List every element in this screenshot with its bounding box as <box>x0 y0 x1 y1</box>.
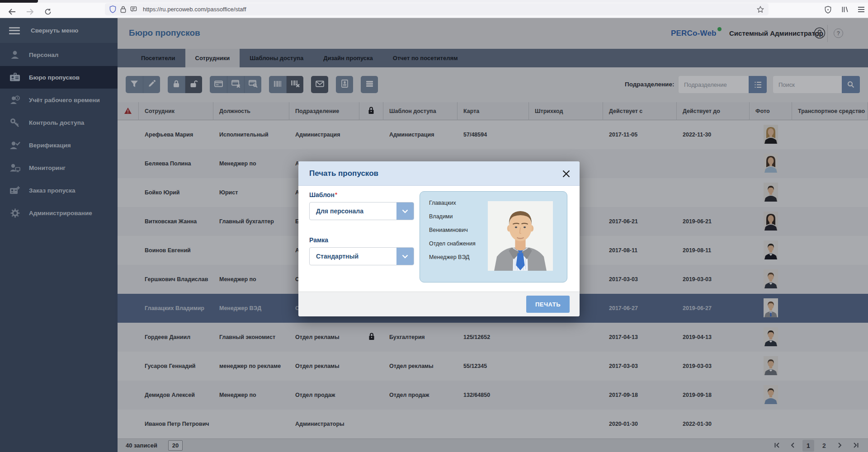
browser-active-tab[interactable] <box>0 0 38 3</box>
frame-select-value: Стандартный <box>310 248 396 265</box>
reload-icon[interactable] <box>42 5 54 18</box>
pass-preview-text: Главацких Владими Вениаминович Отдел сна… <box>429 196 487 264</box>
template-select[interactable]: Для персонала <box>309 202 414 220</box>
url-bar[interactable]: https://ru.percoweb.com/passoffice/staff <box>105 3 769 15</box>
url-text[interactable]: https://ru.percoweb.com/passoffice/staff <box>143 6 757 13</box>
library-icon[interactable] <box>839 4 851 15</box>
pass-firstname: Владими <box>429 210 487 223</box>
print-button[interactable]: ПЕЧАТЬ <box>526 296 570 313</box>
app-window: Свернуть меню ПерсоналБюро пропусковУчёт… <box>0 18 868 452</box>
print-passes-dialog: Печать пропусков Шаблон* Для персонала Р… <box>298 161 580 316</box>
browser-chrome: https://ru.percoweb.com/passoffice/staff <box>0 0 868 18</box>
frame-select[interactable]: Стандартный <box>309 247 414 265</box>
pass-photo <box>488 201 553 271</box>
bookmark-star-icon[interactable] <box>757 6 764 13</box>
browser-tabstrip <box>0 0 868 3</box>
template-select-value: Для персонала <box>310 202 396 220</box>
required-mark: * <box>335 191 337 198</box>
template-field-label: Шаблон* <box>309 191 337 198</box>
pass-middlename: Вениаминович <box>429 223 487 237</box>
lock-icon[interactable] <box>120 6 126 13</box>
pass-position: Менеджер ВЭД <box>429 250 487 264</box>
tracking-shield-icon[interactable] <box>109 5 116 13</box>
chevron-down-icon <box>396 248 414 265</box>
screen: https://ru.percoweb.com/passoffice/staff… <box>0 0 868 452</box>
pass-preview: Главацких Владими Вениаминович Отдел сна… <box>420 191 567 282</box>
close-icon[interactable] <box>561 169 571 178</box>
permissions-icon[interactable] <box>130 6 137 13</box>
dialog-footer: ПЕЧАТЬ <box>298 292 580 316</box>
back-icon[interactable] <box>5 5 18 18</box>
menu-icon[interactable] <box>855 4 867 15</box>
dialog-header: Печать пропусков <box>298 161 580 186</box>
frame-field-label: Рамка <box>309 236 328 244</box>
protection-shield-icon[interactable] <box>822 4 834 15</box>
pass-lastname: Главацких <box>429 196 487 210</box>
forward-icon[interactable] <box>24 5 36 18</box>
pass-department: Отдел снабжения <box>429 237 487 250</box>
chevron-down-icon <box>396 202 414 220</box>
dialog-title: Печать пропусков <box>309 169 378 178</box>
